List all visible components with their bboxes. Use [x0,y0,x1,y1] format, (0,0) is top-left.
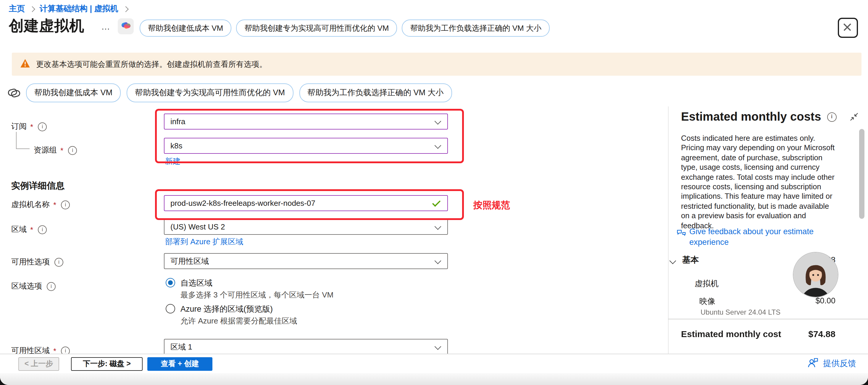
info-icon[interactable]: i [68,146,77,155]
vm-name-value: prod-usw2-k8s-freeleaps-worker-nodes-07 [170,199,315,207]
availability-label-text: 可用性选项 [11,257,50,267]
info-icon[interactable]: i [38,225,47,234]
required-asterisk: * [60,146,63,155]
chevron-down-icon [435,343,441,350]
warning-text: 更改基本选项可能会重置所做的选择。创建虚拟机前查看所有选项。 [36,59,267,69]
window-bottom-band [0,373,868,385]
review-create-button[interactable]: 查看 + 创建 [147,357,212,371]
radio-azure-selected-zones[interactable] [166,304,175,314]
costs-panel-title-text: Estimated monthly costs [681,110,821,124]
copilot-outline-icon [7,86,21,102]
copilot-button[interactable] [118,18,134,34]
copilot-suggestions-inline: 帮助我创建低成本 VM 帮助我创建专为实现高可用性而优化的 VM 帮助我为工作负… [26,84,452,102]
cost-group-label[interactable]: 基本 [682,255,699,265]
more-options-button[interactable]: … [101,21,111,31]
radio-azure-selected-zones-label[interactable]: Azure 选择的区域(预览版) [181,304,273,315]
page-title: 创建虚拟机 [9,16,84,35]
availability-value: 可用性区域 [170,257,209,265]
info-icon[interactable]: i [47,282,56,291]
tree-connector [16,149,30,149]
chevron-down-icon [435,142,441,149]
vm-name-input[interactable]: prod-usw2-k8s-freeleaps-worker-nodes-07 [164,195,448,211]
copilot-suggestions-top: 帮助我创建低成本 VM 帮助我创建专为实现高可用性而优化的 VM 帮助我为工作负… [140,20,550,37]
create-new-resource-group-link[interactable]: 新建 [165,156,181,167]
resource-group-value: k8s [170,141,182,150]
annotation-note: 按照规范 [473,199,510,212]
warning-icon [20,59,30,70]
region-label: 区域 * i [11,224,47,235]
radio-azure-selected-zones-desc: 允许 Azure 根据需要分配最佳区域 [181,316,297,326]
cost-image-value: $0.00 [815,296,835,305]
subscription-dropdown[interactable]: infra [164,114,448,130]
radio-self-selected-zones-desc: 最多选择 3 个可用性区域，每个区域一台 VM [181,290,333,300]
vm-name-label: 虚拟机名称 * i [11,199,70,210]
valid-check-icon [432,198,440,207]
previous-button[interactable]: < 上一步 [18,357,59,371]
deploy-extended-zones-link[interactable]: 部署到 Azure 扩展区域 [165,236,243,247]
vm-name-label-text: 虚拟机名称 [11,199,50,210]
required-asterisk: * [30,225,33,234]
suggestion-right-vm-size[interactable]: 帮助我为工作负载选择正确的 VM 大小 [402,20,550,37]
info-icon[interactable]: i [827,112,836,122]
region-label-text: 区域 [11,224,27,235]
estimate-feedback-link[interactable]: Give feedback about your estimate experi… [689,226,837,247]
required-asterisk: * [30,122,33,131]
chevron-right-icon [29,6,35,12]
resource-group-label: 资源组 * i [34,145,77,156]
costs-disclaimer: Costs indicated here are estimates only.… [681,134,836,231]
region-dropdown[interactable]: (US) West US 2 [164,219,448,235]
collapse-panel-icon[interactable] [850,113,859,124]
copilot-icon [120,20,131,33]
zone-options-label: 区域选项 i [11,281,56,292]
total-cost-label: Estimated monthly cost [681,329,781,339]
cost-image-label: 映像 [700,296,715,307]
provide-feedback-link[interactable]: 提供反馈 [807,357,856,370]
zone-options-label-text: 区域选项 [11,281,42,292]
instance-details-heading: 实例详细信息 [11,181,64,192]
person-feedback-icon [807,357,819,370]
close-button[interactable] [838,18,858,38]
suggestion-low-cost-vm[interactable]: 帮助我创建低成本 VM [26,84,121,102]
breadcrumb-section-link[interactable]: 计算基础结构 | 虚拟机 [40,4,118,14]
chevron-down-icon [435,118,441,125]
warning-banner: 更改基本选项可能会重置所做的选择。创建虚拟机前查看所有选项。 [12,53,862,76]
suggestion-low-cost-vm[interactable]: 帮助我创建低成本 VM [140,20,231,37]
resource-group-dropdown[interactable]: k8s [164,138,448,154]
subscription-value: infra [170,117,185,126]
availability-zone-value: 区域 1 [170,343,192,351]
required-asterisk: * [53,200,56,209]
info-icon[interactable]: i [55,258,63,266]
presenter-avatar [794,253,838,297]
chevron-down-icon [435,258,441,264]
scrollbar-thumb[interactable] [859,129,864,219]
resource-group-label-text: 资源组 [34,145,57,156]
availability-options-dropdown[interactable]: 可用性区域 [164,253,448,269]
create-vm-blade: 主页 计算基础结构 | 虚拟机 创建虚拟机 … 帮助我创建低成本 [0,0,868,385]
provide-feedback-label: 提供反馈 [823,358,856,369]
cost-vm-label: 虚拟机 [695,279,719,289]
panel-row-divider [668,319,868,319]
footer-bar: < 上一步 下一步: 磁盘 > 查看 + 创建 提供反馈 [0,354,868,373]
suggestion-high-availability-vm[interactable]: 帮助我创建专为实现高可用性而优化的 VM [127,84,293,102]
availability-options-label: 可用性选项 i [11,257,63,267]
chevron-down-icon[interactable] [670,258,676,264]
radio-self-selected-zones[interactable] [166,278,175,287]
feedback-bubbles-icon [676,228,686,241]
suggestion-right-vm-size[interactable]: 帮助我为工作负载选择正确的 VM 大小 [299,84,452,102]
subscription-label-text: 订阅 [11,121,27,132]
subscription-label: 订阅 * i [11,121,47,132]
suggestion-high-availability-vm[interactable]: 帮助我创建专为实现高可用性而优化的 VM [236,20,397,37]
tree-connector [16,132,17,149]
availability-zone-dropdown[interactable]: 区域 1 [164,339,448,355]
radio-self-selected-zones-label[interactable]: 自选区域 [181,278,212,289]
chevron-right-icon [123,6,129,12]
costs-panel-title: Estimated monthly costs i [681,110,836,124]
region-value: (US) West US 2 [170,222,225,231]
cost-image-sub: Ubuntu Server 24.04 LTS [701,308,780,316]
breadcrumb-home-link[interactable]: 主页 [9,4,25,14]
breadcrumb: 主页 计算基础结构 | 虚拟机 [9,4,128,14]
panel-divider [668,106,669,354]
next-disks-button[interactable]: 下一步: 磁盘 > [71,357,143,371]
info-icon[interactable]: i [38,122,47,131]
info-icon[interactable]: i [61,200,70,209]
